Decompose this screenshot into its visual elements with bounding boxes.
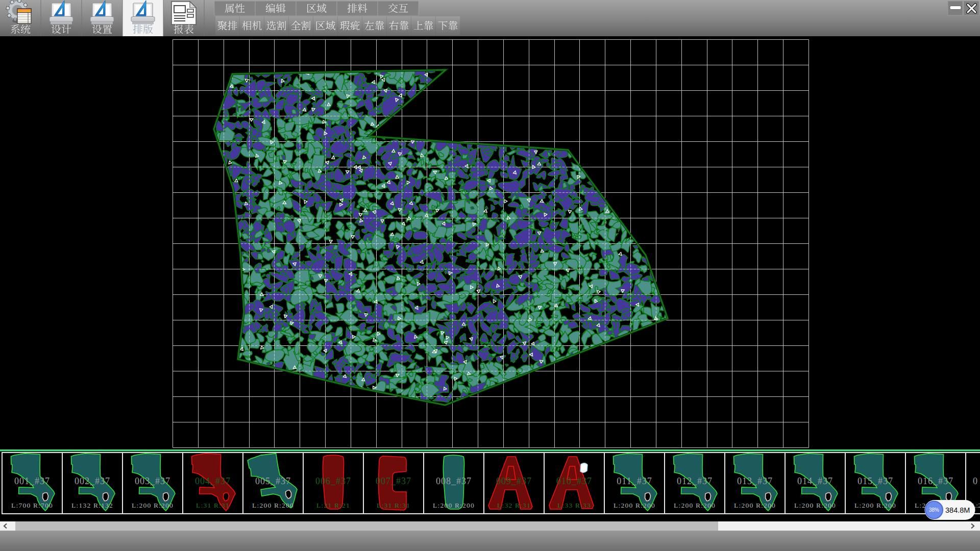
svg-text:0: 0 [973, 476, 977, 486]
svg-text:384.8M: 384.8M [945, 506, 970, 514]
svg-text:008_#37: 008_#37 [436, 476, 472, 486]
svg-text:L:200 R:200: L:200 R:200 [252, 502, 294, 509]
svg-text:L:200 R:200: L:200 R:200 [674, 502, 716, 509]
svg-text:013_#37: 013_#37 [737, 476, 773, 486]
svg-text:011_#37: 011_#37 [617, 476, 652, 486]
svg-text:006_#37: 006_#37 [315, 476, 351, 486]
svg-text:012_#37: 012_#37 [677, 476, 713, 486]
svg-text:001_#37: 001_#37 [14, 476, 50, 486]
svg-text:L:200 R:200: L:200 R:200 [854, 502, 896, 509]
svg-text:L:21 R:21: L:21 R:21 [316, 502, 350, 509]
svg-text:L:33 R:33: L:33 R:33 [557, 502, 591, 509]
svg-text:L:700 R:700: L:700 R:700 [11, 502, 53, 509]
svg-text:016_#37: 016_#37 [918, 476, 953, 486]
svg-text:L:31 R:31: L:31 R:31 [196, 502, 230, 509]
svg-text:L:31 R:31: L:31 R:31 [377, 502, 410, 509]
svg-text:38%: 38% [929, 507, 939, 513]
svg-text:015_#37: 015_#37 [857, 476, 893, 486]
svg-text:L:32 R:31: L:32 R:31 [497, 502, 531, 509]
svg-text:010_#37: 010_#37 [556, 476, 592, 486]
svg-text:003_#37: 003_#37 [135, 476, 170, 486]
svg-text:L:200 R:200: L:200 R:200 [433, 502, 475, 509]
svg-text:L:200 R:200: L:200 R:200 [132, 502, 174, 509]
svg-text:002_#37: 002_#37 [75, 476, 110, 486]
svg-text:014_#37: 014_#37 [797, 476, 833, 486]
svg-text:L:200 R:200: L:200 R:200 [734, 502, 776, 509]
svg-text:004_#37: 004_#37 [195, 476, 231, 486]
svg-text:005_#37: 005_#37 [255, 476, 291, 486]
svg-text:007_#37: 007_#37 [376, 476, 411, 486]
svg-text:L:132 R:132: L:132 R:132 [71, 502, 113, 509]
svg-text:L:200 R:200: L:200 R:200 [614, 502, 655, 509]
svg-text:009_#37: 009_#37 [496, 476, 532, 486]
svg-text:L:200 R:200: L:200 R:200 [794, 502, 836, 509]
